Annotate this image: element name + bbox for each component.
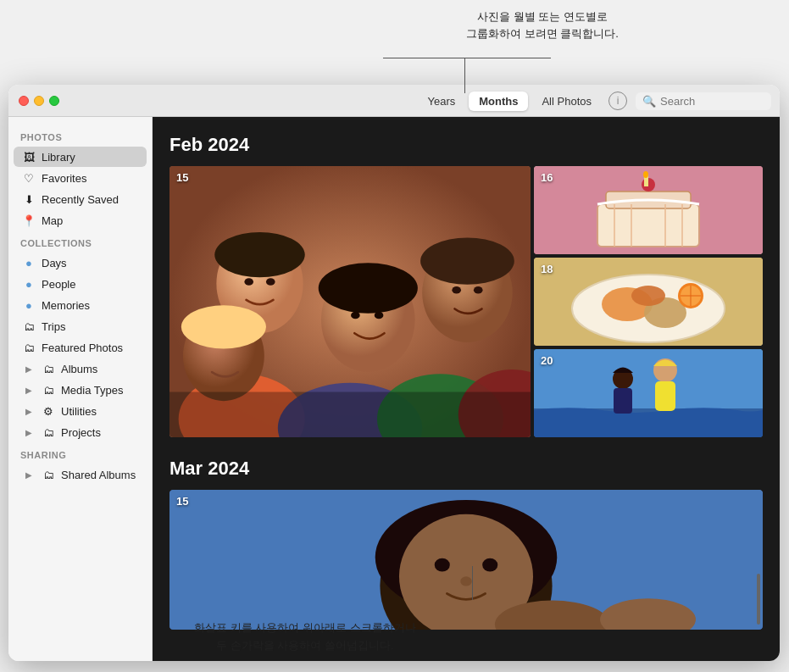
info-button[interactable]: i (608, 92, 627, 110)
svg-point-15 (351, 312, 360, 319)
all-photos-button[interactable]: All Photos (531, 92, 602, 111)
months-button[interactable]: Months (469, 92, 528, 111)
sidebar-item-featured-photos[interactable]: 🗂 Featured Photos (14, 337, 147, 358)
photo-cell-mar-15[interactable]: 15 (169, 490, 763, 630)
albums-icon: 🗂 (42, 362, 55, 375)
scroll-indicator (757, 574, 760, 625)
traffic-lights (19, 96, 59, 106)
sidebar-item-projects[interactable]: ▶ 🗂 Projects (14, 422, 147, 442)
month-section-mar: Mar 2024 (169, 458, 763, 630)
month-label-feb: Feb 2024 (169, 134, 763, 156)
svg-point-9 (214, 232, 305, 277)
sidebar-item-utilities[interactable]: ▶ ⚙ Utilities (14, 401, 147, 421)
featured-photos-icon: 🗂 (22, 341, 36, 354)
svg-point-50 (482, 558, 497, 572)
library-icon: 🖼 (22, 150, 36, 164)
sidebar-item-trips[interactable]: 🗂 Trips (14, 316, 147, 336)
svg-point-12 (181, 305, 266, 348)
search-input[interactable] (660, 95, 764, 108)
annotation-bottom-line (472, 566, 473, 600)
svg-point-18 (474, 286, 483, 294)
sidebar-item-label: Shared Albums (61, 469, 136, 481)
annotation-hline (383, 58, 551, 58)
svg-point-17 (452, 286, 461, 294)
collections-section-label: Collections (8, 231, 152, 252)
chevron-right-icon: ▶ (22, 383, 36, 397)
fullscreen-button[interactable] (49, 96, 59, 106)
sidebar-item-shared-albums[interactable]: ▶ 🗂 Shared Albums (14, 464, 147, 485)
month-section-feb: Feb 2024 (169, 134, 763, 437)
chevron-right-icon: ▶ (22, 362, 36, 375)
sidebar-item-label: Media Types (61, 384, 123, 397)
photo-count-badge: 15 (176, 171, 188, 184)
sidebar-item-albums[interactable]: ▶ 🗂 Albums (14, 358, 147, 379)
sidebar-item-media-types[interactable]: ▶ 🗂 Media Types (14, 380, 147, 400)
sidebar-item-favorites[interactable]: ♡ Favorites (14, 168, 147, 188)
chevron-right-icon: ▶ (22, 425, 36, 439)
media-types-icon: 🗂 (42, 383, 55, 397)
photo-count-badge: 20 (541, 354, 553, 367)
main-window: Years Months All Photos i 🔍 Photos 🖼 Lib… (8, 85, 780, 661)
photo-grid-feb: 15 (169, 166, 763, 437)
svg-rect-44 (614, 388, 632, 414)
minimize-button[interactable] (34, 96, 44, 106)
years-button[interactable]: Years (417, 92, 465, 111)
shared-albums-icon: 🗂 (42, 468, 55, 481)
photo-cell-feb-18[interactable]: 18 (534, 258, 763, 346)
sidebar-item-label: Recently Saved (42, 193, 119, 206)
search-bar[interactable]: 🔍 (636, 92, 771, 110)
sidebar-item-label: Map (42, 214, 63, 227)
svg-point-11 (420, 237, 514, 284)
sidebar-item-label: Albums (61, 363, 97, 375)
sidebar-item-label: Trips (42, 320, 65, 333)
projects-icon: 🗂 (42, 425, 55, 439)
recently-saved-icon: ⬇ (22, 192, 36, 206)
svg-point-25 (643, 171, 648, 178)
favorites-icon: ♡ (22, 171, 36, 185)
chevron-right-icon: ▶ (22, 468, 36, 481)
annotation-top: 사진을 월별 또는 연도별로 그룹화하여 보려면 클릭합니다. (407, 8, 678, 42)
close-button[interactable] (19, 96, 29, 106)
sharing-section-label: Sharing (8, 443, 152, 464)
photo-area[interactable]: Feb 2024 (153, 117, 780, 661)
svg-point-14 (266, 278, 275, 286)
sidebar-item-people[interactable]: ● People (14, 274, 147, 294)
svg-point-13 (244, 278, 253, 286)
trips-icon: 🗂 (22, 319, 36, 333)
sidebar-item-library[interactable]: 🖼 Library (14, 147, 147, 167)
svg-point-34 (631, 286, 665, 306)
photo-cell-feb-16[interactable]: 16 (534, 166, 763, 254)
sidebar-item-days[interactable]: ● Days (14, 253, 147, 273)
chevron-right-icon: ▶ (22, 404, 36, 418)
svg-point-10 (319, 263, 418, 314)
svg-rect-39 (534, 349, 763, 408)
sidebar: Photos 🖼 Library ♡ Favorites ⬇ Recently … (8, 117, 153, 661)
photo-count-badge: 16 (541, 171, 553, 184)
sidebar-item-memories[interactable]: ● Memories (14, 295, 147, 315)
svg-point-51 (460, 576, 472, 586)
sidebar-item-label: Favorites (42, 172, 86, 185)
sidebar-item-map[interactable]: 📍 Map (14, 210, 147, 230)
svg-rect-19 (169, 392, 531, 438)
photo-grid-right: 16 (534, 166, 763, 437)
photo-cell-feb-20[interactable]: 20 (534, 349, 763, 437)
utilities-icon: ⚙ (42, 404, 55, 418)
month-label-mar: Mar 2024 (169, 458, 763, 480)
sidebar-item-recently-saved[interactable]: ⬇ Recently Saved (14, 189, 147, 209)
svg-point-49 (435, 558, 450, 572)
sidebar-item-label: Utilities (61, 405, 97, 418)
sidebar-item-label: Projects (61, 426, 101, 439)
photo-cell-feb-15[interactable]: 15 (169, 166, 531, 437)
days-icon: ● (22, 256, 36, 269)
svg-point-16 (375, 312, 384, 319)
search-icon: 🔍 (642, 95, 656, 108)
svg-rect-42 (655, 381, 675, 411)
svg-rect-21 (597, 204, 699, 247)
content-area: Photos 🖼 Library ♡ Favorites ⬇ Recently … (8, 117, 780, 661)
sidebar-item-label: Library (42, 151, 75, 164)
sidebar-item-label: People (42, 278, 75, 291)
people-icon: ● (22, 277, 36, 291)
annotation-bottom: 화살표 키를 사용하여 위아래로 스크롤하거나 두 손가락을 사용하여 쓸어넘깁… (144, 619, 466, 655)
photos-section-label: Photos (8, 125, 152, 146)
sidebar-item-label: Featured Photos (42, 342, 123, 354)
